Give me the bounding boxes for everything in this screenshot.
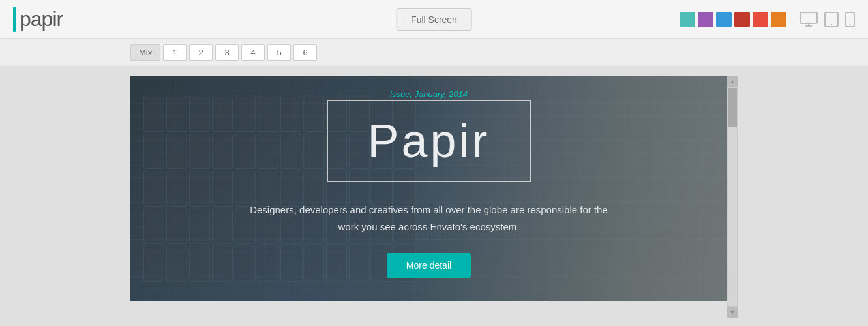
key bbox=[326, 246, 347, 282]
logo-area: papir bbox=[13, 7, 63, 32]
preview-container: issue, January, 2014 Papir Designers, de… bbox=[130, 76, 727, 301]
svg-point-6 bbox=[850, 24, 851, 25]
color-swatches bbox=[680, 12, 786, 27]
scroll-track[interactable] bbox=[728, 88, 737, 306]
hero-section: issue, January, 2014 Papir Designers, de… bbox=[130, 76, 727, 301]
tab-mix[interactable]: Mix bbox=[130, 44, 160, 61]
key bbox=[212, 171, 233, 207]
toolbar-center: Full Screen bbox=[396, 8, 472, 31]
tab-2[interactable]: 2 bbox=[189, 44, 213, 61]
swatch-blue[interactable] bbox=[716, 12, 732, 27]
key bbox=[166, 209, 187, 244]
key bbox=[143, 171, 164, 207]
scrollbar[interactable]: ▲ ▼ bbox=[727, 76, 738, 318]
key bbox=[235, 246, 256, 282]
key bbox=[143, 209, 164, 244]
swatch-orange[interactable] bbox=[771, 12, 786, 27]
key bbox=[143, 134, 164, 170]
key bbox=[143, 96, 164, 132]
scroll-thumb[interactable] bbox=[728, 88, 737, 127]
fullscreen-button[interactable]: Full Screen bbox=[396, 8, 472, 31]
key bbox=[166, 246, 187, 282]
issue-prefix: issue, bbox=[390, 89, 412, 99]
key bbox=[189, 96, 210, 132]
key bbox=[212, 134, 233, 170]
toolbar: papir Full Screen bbox=[0, 0, 868, 39]
key bbox=[212, 246, 233, 282]
key bbox=[189, 171, 210, 207]
key bbox=[303, 96, 324, 132]
hero-title-box: Papir bbox=[327, 100, 530, 182]
toolbar-right bbox=[680, 12, 855, 27]
swatch-red[interactable] bbox=[753, 12, 768, 27]
tab-3[interactable]: 3 bbox=[215, 44, 239, 61]
device-icons bbox=[800, 12, 855, 27]
issue-date: January, 2014 bbox=[412, 89, 468, 99]
key bbox=[166, 171, 187, 207]
key bbox=[258, 134, 278, 170]
tablet-icon[interactable] bbox=[824, 12, 839, 27]
more-detail-button[interactable]: More detail bbox=[387, 253, 471, 278]
key bbox=[303, 246, 324, 282]
swatch-dark-red[interactable] bbox=[734, 12, 750, 27]
key bbox=[280, 246, 301, 282]
tab-1[interactable]: 1 bbox=[163, 44, 187, 61]
hero-title: Papir bbox=[367, 115, 490, 167]
key bbox=[166, 96, 187, 132]
swatch-teal[interactable] bbox=[680, 12, 695, 27]
svg-rect-0 bbox=[800, 12, 817, 23]
key bbox=[143, 246, 164, 282]
key bbox=[212, 96, 233, 132]
key bbox=[189, 209, 210, 244]
tab-6[interactable]: 6 bbox=[293, 44, 317, 61]
key bbox=[280, 96, 301, 132]
key bbox=[258, 96, 278, 132]
key bbox=[349, 246, 370, 282]
key bbox=[235, 96, 256, 132]
desktop-icon[interactable] bbox=[800, 12, 818, 27]
key bbox=[235, 134, 256, 170]
logo-text: papir bbox=[20, 7, 63, 31]
tabs-bar: Mix 1 2 3 4 5 6 bbox=[0, 39, 868, 67]
svg-point-4 bbox=[831, 23, 832, 25]
key bbox=[189, 246, 210, 282]
tab-4[interactable]: 4 bbox=[241, 44, 265, 61]
mobile-icon[interactable] bbox=[845, 12, 855, 27]
main-area: issue, January, 2014 Papir Designers, de… bbox=[0, 67, 868, 326]
key bbox=[280, 134, 301, 170]
swatch-purple[interactable] bbox=[698, 12, 713, 27]
tab-5[interactable]: 5 bbox=[267, 44, 291, 61]
logo-bar-icon bbox=[13, 7, 16, 32]
key bbox=[212, 209, 233, 244]
key bbox=[303, 134, 324, 170]
key bbox=[166, 134, 187, 170]
key bbox=[258, 246, 278, 282]
issue-text: issue, January, 2014 bbox=[390, 89, 468, 99]
scroll-up-arrow[interactable]: ▲ bbox=[727, 76, 738, 87]
scroll-down-arrow[interactable]: ▼ bbox=[727, 307, 738, 318]
key bbox=[189, 134, 210, 170]
hero-subtitle: Designers, developers and creatives from… bbox=[250, 201, 608, 235]
